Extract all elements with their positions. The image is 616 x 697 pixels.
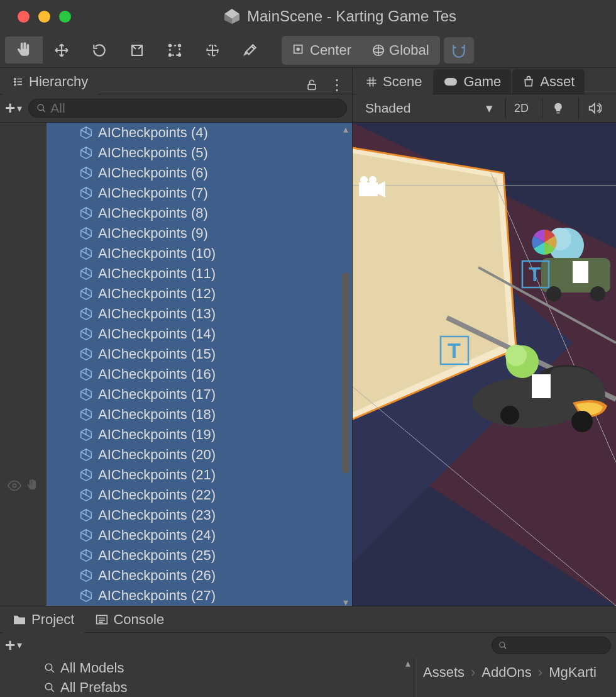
svg-point-54 [500,642,505,647]
asset-store-tab[interactable]: Asset [512,69,585,94]
pivot-space-toggle: Center Global [282,36,440,65]
hierarchy-list[interactable]: AICheckpoints (4)AICheckpoints (5)AIChec… [47,123,352,606]
hierarchy-item[interactable]: AICheckpoints (9) [47,223,352,243]
scroll-up-icon[interactable]: ▴ [403,658,413,668]
visibility-icon[interactable] [8,479,21,493]
scroll-thumb[interactable] [342,272,349,474]
game-tab[interactable]: Game [433,69,511,94]
rect-tool-button[interactable] [156,36,194,64]
hierarchy-item[interactable]: AICheckpoints (20) [47,445,352,465]
chevron-right-icon: › [471,664,475,681]
prefab-cube-icon [79,126,93,140]
hierarchy-scrollbar[interactable]: ▴ ▾ [341,124,351,606]
hierarchy-search-input[interactable] [50,101,339,116]
scene-viewport[interactable]: T [353,123,616,606]
all-prefabs-label: All Prefabs [60,679,127,696]
prefab-cube-icon [79,528,93,542]
project-create-button[interactable]: +▾ [5,635,22,655]
prefab-cube-icon [79,508,93,522]
pivot-toggle-button[interactable]: Center [283,38,360,63]
hierarchy-tabs: Hierarchy ⋮ [0,68,352,94]
create-dropdown-button[interactable]: +▾ [5,98,22,118]
hierarchy-item[interactable]: AICheckpoints (17) [47,384,352,404]
transform-tool-button[interactable] [194,36,231,64]
svg-point-16 [14,84,16,85]
hierarchy-item-label: AICheckpoints (12) [98,286,216,302]
minimize-window-button[interactable] [38,11,50,23]
lock-icon[interactable] [305,79,318,91]
shading-mode-dropdown[interactable]: Shaded [359,98,500,119]
hierarchy-item[interactable]: AICheckpoints (23) [47,505,352,525]
hierarchy-icon [13,76,24,87]
hierarchy-item[interactable]: AICheckpoints (8) [47,203,352,223]
search-icon [36,103,47,113]
project-tab-label: Project [31,611,74,628]
hierarchy-item[interactable]: AICheckpoints (19) [47,425,352,445]
panel-menu-icon[interactable]: ⋮ [329,76,344,94]
breadcrumb-item[interactable]: Assets [423,664,465,681]
hand-tool-button[interactable] [5,36,43,64]
custom-tools-button[interactable] [231,36,269,64]
breadcrumb: Assets › AddOns › MgKarti [423,664,607,681]
hierarchy-search[interactable] [28,99,347,118]
hierarchy-item[interactable]: AICheckpoints (7) [47,183,352,203]
hierarchy-item[interactable]: AICheckpoints (13) [47,304,352,324]
hierarchy-item[interactable]: AICheckpoints (24) [47,525,352,545]
svg-marker-40 [573,261,588,283]
move-tool-button[interactable] [43,36,80,64]
gamepad-icon [443,77,458,87]
hierarchy-item[interactable]: AICheckpoints (10) [47,243,352,264]
hierarchy-item[interactable]: AICheckpoints (27) [47,586,352,606]
hierarchy-item[interactable]: AICheckpoints (21) [47,465,352,485]
2d-toggle-button[interactable]: 2D [505,98,537,119]
hierarchy-item[interactable]: AICheckpoints (5) [47,143,352,163]
prefab-cube-icon [79,388,93,401]
pickability-icon[interactable] [25,479,39,493]
scene-tabs: Scene Game Asset [353,68,616,94]
svg-text:T: T [448,338,461,362]
project-left-scrollbar[interactable]: ▴ [402,658,414,697]
space-toggle-button[interactable]: Global [363,38,438,63]
breadcrumb-item[interactable]: AddOns [481,664,532,681]
hierarchy-item[interactable]: AICheckpoints (15) [47,344,352,364]
hierarchy-tab[interactable]: Hierarchy [3,70,98,94]
rotate-tool-button[interactable] [80,36,118,64]
hierarchy-item-label: AICheckpoints (19) [98,427,216,443]
hierarchy-item[interactable]: AICheckpoints (4) [47,123,352,143]
hierarchy-item-label: AICheckpoints (25) [98,547,216,564]
shading-mode-label: Shaded [365,101,410,116]
scroll-down-icon[interactable]: ▾ [341,597,351,606]
hierarchy-item[interactable]: AICheckpoints (6) [47,163,352,183]
svg-marker-48 [532,374,551,398]
prefab-cube-icon [79,267,93,281]
prefab-cube-icon [79,589,93,603]
hierarchy-item[interactable]: AICheckpoints (14) [47,324,352,344]
project-filter-list: All Models All Prefabs [0,658,402,697]
prefab-cube-icon [79,448,93,462]
svg-point-34 [369,176,377,184]
hierarchy-item[interactable]: AICheckpoints (18) [47,404,352,425]
all-models-item[interactable]: All Models [8,658,395,677]
hierarchy-item[interactable]: AICheckpoints (26) [47,566,352,586]
prefab-cube-icon [79,408,93,421]
scale-tool-button[interactable] [118,36,156,64]
scene-tab[interactable]: Scene [355,70,432,94]
hierarchy-item[interactable]: AICheckpoints (25) [47,545,352,566]
hierarchy-item[interactable]: AICheckpoints (11) [47,264,352,284]
hierarchy-item[interactable]: AICheckpoints (22) [47,485,352,505]
all-prefabs-item[interactable]: All Prefabs [8,677,395,697]
snap-toggle-button[interactable] [444,37,474,64]
console-tab[interactable]: Console [85,608,174,632]
hierarchy-item[interactable]: AICheckpoints (12) [47,284,352,304]
svg-point-39 [590,286,605,301]
scroll-up-icon[interactable]: ▴ [341,124,351,134]
maximize-window-button[interactable] [59,11,71,23]
project-search[interactable] [492,637,611,654]
audio-toggle-button[interactable] [578,98,610,119]
lighting-toggle-button[interactable] [542,98,573,119]
project-tab[interactable]: Project [3,608,84,633]
hierarchy-item[interactable]: AICheckpoints (16) [47,364,352,384]
prefab-cube-icon [79,428,93,442]
breadcrumb-item[interactable]: MgKarti [549,664,597,681]
close-window-button[interactable] [18,11,30,23]
